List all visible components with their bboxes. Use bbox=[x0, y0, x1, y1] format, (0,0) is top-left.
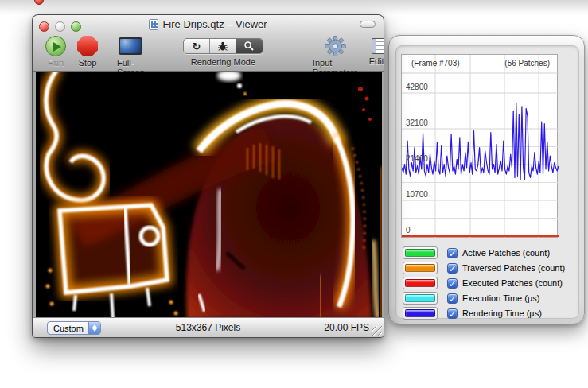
toolbar: Run Stop Full-Screen ↻ bbox=[33, 33, 384, 72]
rendering-mode-inspect-segment[interactable] bbox=[236, 39, 263, 53]
performance-graph: (Frame #703) (56 Patches) 42800321002140… bbox=[401, 54, 558, 238]
titlebar-toolbar-chrome: Fire Drips.qtz – Viewer Run Stop Full-Sc… bbox=[33, 15, 384, 72]
rendering-mode-control: ↻ bbox=[183, 36, 263, 67]
stop-button[interactable]: Stop bbox=[77, 36, 98, 68]
legend-checkbox[interactable]: ✓ bbox=[447, 293, 458, 304]
fullscreen-icon bbox=[119, 37, 142, 55]
legend-swatch-well bbox=[403, 262, 438, 274]
legend-label: Rendering Time (µs) bbox=[462, 308, 542, 318]
legend-row: ✓ Executed Patches (count) bbox=[403, 277, 574, 289]
stop-label: Stop bbox=[79, 58, 97, 68]
toolbar-pill-button[interactable] bbox=[360, 21, 376, 28]
legend-swatch-well bbox=[403, 277, 438, 289]
legend-swatch bbox=[405, 279, 435, 287]
gear-icon bbox=[325, 36, 346, 56]
render-canvas bbox=[36, 72, 382, 319]
window-title: Fire Drips.qtz – Viewer bbox=[162, 18, 267, 30]
legend-row: ✓ Execution Time (µs) bbox=[403, 292, 574, 305]
fire-render bbox=[36, 72, 382, 319]
statusbar: Custom 513x367 Pixels 20.00 FPS bbox=[33, 317, 384, 337]
frame-annotation: (Frame #703) bbox=[411, 59, 460, 68]
document-icon bbox=[149, 19, 158, 30]
y-axis-tick-label: 10700 bbox=[406, 190, 428, 199]
legend: ✓ Active Patches (count) ✓ Traversed Pat… bbox=[403, 246, 574, 322]
magnifier-icon bbox=[243, 41, 255, 52]
titlebar[interactable]: Fire Drips.qtz – Viewer bbox=[33, 15, 384, 33]
run-label: Run bbox=[48, 58, 64, 68]
legend-label: Active Patches (count) bbox=[462, 248, 550, 258]
run-icon bbox=[45, 36, 66, 56]
editor-icon bbox=[372, 38, 384, 54]
viewer-window: Fire Drips.qtz – Viewer Run Stop Full-Sc… bbox=[32, 14, 384, 338]
bug-icon bbox=[217, 41, 228, 52]
legend-checkbox[interactable]: ✓ bbox=[447, 263, 458, 274]
rendering-mode-refresh-segment[interactable]: ↻ bbox=[184, 39, 210, 53]
y-axis-tick-label: 42800 bbox=[406, 83, 428, 91]
legend-checkbox[interactable]: ✓ bbox=[447, 278, 458, 289]
legend-label: Traversed Patches (count) bbox=[462, 263, 565, 273]
editor-button[interactable]: Editor bbox=[369, 36, 384, 66]
legend-swatch bbox=[405, 309, 435, 317]
legend-row: ✓ Rendering Time (µs) bbox=[403, 307, 574, 320]
fps-readout: 20.00 FPS bbox=[324, 322, 369, 333]
legend-label: Execution Time (µs) bbox=[462, 293, 539, 303]
legend-checkbox[interactable]: ✓ bbox=[447, 248, 458, 258]
legend-swatch bbox=[405, 264, 435, 272]
run-button[interactable]: Run bbox=[45, 36, 66, 68]
performance-panel-window: (Frame #703) (56 Patches) 42800321002140… bbox=[388, 35, 585, 324]
background-window-shadow bbox=[0, 0, 588, 14]
legend-row: ✓ Active Patches (count) bbox=[403, 246, 574, 259]
y-axis-tick-label: 21400 bbox=[406, 154, 428, 163]
performance-panel-content: (Frame #703) (56 Patches) 42800321002140… bbox=[395, 45, 579, 319]
y-axis-tick-label: 32100 bbox=[406, 118, 428, 127]
legend-label: Executed Patches (count) bbox=[462, 278, 563, 288]
y-axis-tick-label: 0 bbox=[406, 226, 411, 235]
resize-grip[interactable] bbox=[372, 326, 382, 336]
legend-row: ✓ Traversed Patches (count) bbox=[403, 262, 574, 274]
stop-icon bbox=[77, 36, 98, 56]
legend-swatch bbox=[405, 294, 435, 302]
legend-swatch bbox=[405, 249, 435, 257]
legend-swatch-well bbox=[403, 246, 438, 259]
desktop: (Frame #703) (56 Patches) 42800321002140… bbox=[0, 0, 588, 388]
rendering-mode-label: Rendering Mode bbox=[191, 57, 255, 67]
rendering-mode-debug-segment[interactable] bbox=[210, 39, 236, 53]
legend-swatch-well bbox=[403, 307, 438, 320]
editor-label: Editor bbox=[369, 56, 384, 66]
legend-checkbox[interactable]: ✓ bbox=[447, 308, 458, 319]
legend-swatch-well bbox=[403, 292, 438, 305]
patches-annotation: (56 Patches) bbox=[504, 59, 550, 68]
